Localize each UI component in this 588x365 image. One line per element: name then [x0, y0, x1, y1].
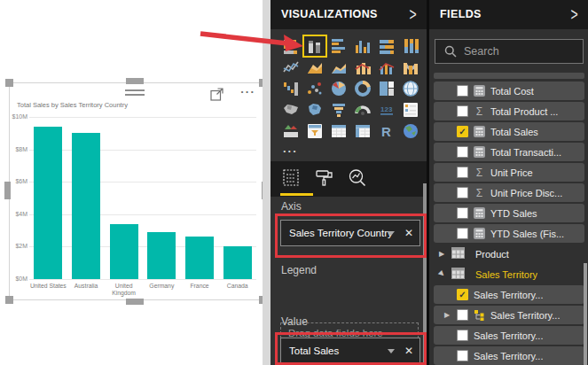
axis-field-well[interactable]: Sales Territory Country ✕ [280, 220, 420, 246]
field-row-sales-territory-11[interactable]: ▶Sales Territory... [434, 306, 584, 324]
viz-icon-clustered-column-chart[interactable] [352, 36, 373, 56]
field-label: Unit Price [490, 167, 533, 178]
field-row-total-product-1[interactable]: ΣTotal Product ... [434, 102, 584, 120]
bar-united-states[interactable] [34, 127, 62, 279]
viz-icon-kpi[interactable] [280, 121, 302, 141]
collapse-chevron-icon[interactable]: ▶ [437, 268, 448, 279]
resize-handle-top[interactable] [126, 78, 144, 84]
search-input[interactable]: Search [435, 39, 584, 64]
more-visuals-icon[interactable]: ... [283, 142, 298, 155]
checkbox[interactable] [457, 146, 468, 158]
viz-icon-ribbon-chart[interactable] [400, 58, 421, 77]
fields-pane-scrollbar[interactable] [584, 263, 587, 365]
value-section-label: Value [281, 315, 308, 328]
checkbox[interactable]: ✓ [457, 289, 468, 300]
field-row-sales-territory-13[interactable]: Sales Territory... [434, 346, 584, 365]
sigma-icon: Σ [474, 187, 485, 199]
checkbox[interactable] [457, 85, 468, 97]
viz-icon-filled-map[interactable] [280, 100, 302, 120]
field-row-product-8[interactable]: ▶Product [434, 245, 584, 263]
bar-united-kingdom[interactable] [110, 224, 138, 279]
field-row-unit-price-disc-5[interactable]: ΣUnit Price Disc... [434, 183, 584, 202]
remove-field-icon[interactable]: ✕ [404, 227, 413, 239]
resize-handle-bottom-left[interactable] [5, 296, 13, 304]
viz-icon-funnel[interactable] [328, 100, 349, 120]
expand-chevron-icon[interactable]: ▶ [439, 250, 446, 258]
viz-icon-stacked-column-chart[interactable] [304, 36, 325, 56]
tab-analytics[interactable] [347, 167, 368, 189]
field-row-unit-price-4[interactable]: ΣUnit Price [434, 163, 584, 182]
checkbox[interactable] [457, 187, 468, 198]
bar-australia[interactable] [72, 133, 100, 279]
viz-icon-shape-map[interactable] [304, 100, 325, 120]
field-row-ytd-sales-6[interactable]: YTD Sales [434, 204, 584, 222]
focus-mode-icon[interactable] [210, 88, 223, 101]
viz-icon-r-script-visual[interactable]: R [376, 121, 397, 141]
viz-icon-gauge[interactable] [352, 100, 373, 120]
checkbox[interactable] [457, 330, 468, 341]
field-label: Sales Territory... [474, 330, 543, 341]
viz-icon-card[interactable]: 123 [376, 100, 397, 120]
viz-icon-treemap[interactable] [376, 79, 397, 98]
legend-section-label: Legend [281, 264, 317, 276]
checkbox[interactable] [457, 207, 468, 219]
checkbox[interactable] [457, 228, 468, 239]
field-row-ytd-sales-fis-7[interactable]: YTD Sales (Fis... [434, 224, 584, 243]
resize-handle-bottom[interactable] [126, 299, 144, 305]
viz-icon-line-and-stacked-column-chart[interactable] [352, 58, 373, 77]
viz-icon-area-chart[interactable] [304, 58, 325, 77]
bar-france[interactable] [185, 237, 214, 279]
checkbox[interactable] [457, 309, 468, 321]
resize-handle-top-left[interactable] [5, 79, 13, 87]
viz-icon-waterfall-chart[interactable] [280, 79, 302, 98]
viz-icon-stacked-bar-chart[interactable] [280, 36, 302, 56]
viz-icon-100-stacked-column-chart[interactable] [400, 36, 421, 56]
value-field-well[interactable]: Total Sales ✕ [280, 338, 420, 364]
report-canvas[interactable]: ... Total Sales by Sales Territory Count… [0, 0, 263, 365]
viz-icon-slicer[interactable] [304, 121, 325, 141]
viz-icon-multi-row-card[interactable] [400, 100, 421, 120]
checkbox[interactable] [457, 167, 468, 178]
chevron-down-icon[interactable] [388, 231, 395, 236]
checkbox[interactable] [457, 105, 468, 117]
drag-handle-icon[interactable] [125, 89, 145, 98]
expand-chevron-icon[interactable]: ▶ [444, 311, 451, 319]
viz-icon-stacked-area-chart[interactable] [328, 58, 349, 77]
checkbox[interactable] [457, 350, 468, 361]
checkbox[interactable]: ✓ [457, 126, 468, 137]
field-row-sales-territory-9[interactable]: ▶Sales Territory [434, 265, 584, 283]
viz-icon-matrix[interactable] [352, 121, 373, 141]
viz-icon-line-and-clustered-column-chart[interactable] [376, 58, 397, 77]
canvas-scroll-gutter[interactable] [263, 0, 270, 365]
viz-icon-table[interactable] [328, 121, 349, 141]
viz-icon-scatter-chart[interactable] [304, 79, 325, 98]
collapse-pane-icon[interactable]: > [570, 0, 578, 35]
remove-field-icon[interactable]: ✕ [404, 345, 413, 357]
field-row-sales-territory-12[interactable]: Sales Territory... [434, 326, 584, 345]
gridline [29, 246, 256, 247]
viz-icon-donut-chart[interactable] [352, 79, 373, 98]
viz-icon-clustered-bar-chart[interactable] [328, 36, 349, 56]
field-row-total-cost-0[interactable]: Total Cost [434, 82, 584, 100]
field-label: Sales Territory... [474, 290, 543, 300]
viz-icon-map[interactable] [400, 79, 421, 98]
viz-icon-line-chart[interactable] [280, 58, 302, 77]
collapse-pane-icon[interactable]: > [409, 0, 417, 35]
y-axis-tick: $10M [10, 113, 27, 120]
field-row-total-sales-2[interactable]: ✓Total Sales [434, 122, 584, 141]
field-row-sales-territory-10[interactable]: ✓Sales Territory... [434, 285, 584, 304]
bar-chart-visual[interactable]: ... Total Sales by Sales Territory Count… [9, 82, 263, 300]
visual-options-icon[interactable]: ... [240, 82, 255, 96]
tab-fields[interactable] [280, 167, 302, 189]
bar-germany[interactable] [147, 232, 176, 279]
bar-canada[interactable] [223, 246, 252, 279]
calculator-icon [474, 126, 485, 137]
viz-icon-100-stacked-bar-chart[interactable] [376, 36, 397, 56]
viz-icon-arcgis-map[interactable] [400, 121, 421, 141]
viz-icon-pie-chart[interactable] [328, 79, 349, 98]
field-label: Total Product ... [490, 106, 558, 117]
calculator-icon [474, 207, 485, 219]
tab-format[interactable] [314, 167, 335, 189]
chevron-down-icon[interactable] [388, 349, 395, 353]
field-row-total-transacti-3[interactable]: Total Transacti... [434, 143, 584, 161]
